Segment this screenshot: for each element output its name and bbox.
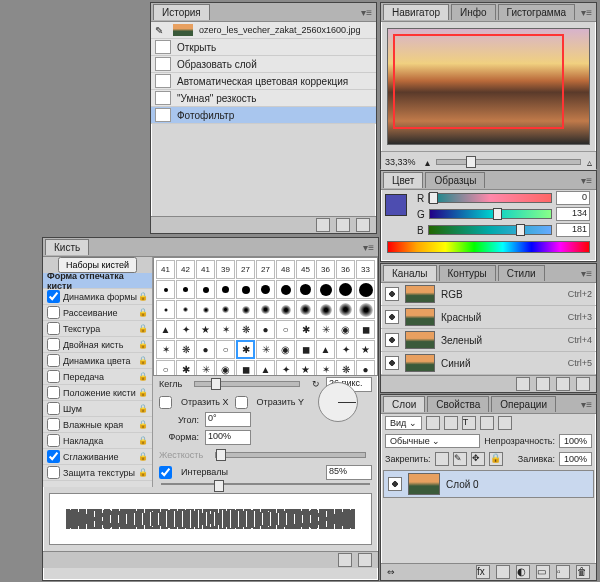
brush-preset[interactable]: ★ [296, 360, 315, 376]
brush-preset[interactable] [196, 280, 215, 299]
channel-row[interactable]: СинийCtrl+5 [381, 352, 596, 375]
option-checkbox[interactable] [47, 418, 60, 431]
brush-preset[interactable]: 39 [216, 260, 235, 279]
brush-preset[interactable]: ✳ [196, 360, 215, 376]
brush-preset[interactable]: ◉ [276, 340, 295, 359]
fill-value[interactable]: 100% [559, 452, 592, 466]
option-checkbox[interactable] [47, 386, 60, 399]
brush-preset[interactable]: ✱ [236, 340, 255, 359]
brush-preset[interactable] [316, 280, 335, 299]
mask-icon[interactable] [496, 565, 510, 579]
brush-preset[interactable]: ▲ [316, 340, 335, 359]
brush-preset[interactable]: 36 [336, 260, 355, 279]
brush-preset[interactable]: 36 [316, 260, 335, 279]
brush-preset[interactable]: ◉ [216, 360, 235, 376]
zoom-slider[interactable] [436, 159, 581, 165]
fx-icon[interactable]: fx [476, 565, 490, 579]
brush-preset[interactable] [296, 280, 315, 299]
history-step[interactable]: Фотофильтр [151, 107, 376, 124]
brush-preset[interactable] [256, 280, 275, 299]
tab-properties[interactable]: Свойства [427, 396, 489, 412]
trash-icon[interactable] [356, 218, 370, 232]
brush-preset[interactable] [156, 300, 175, 319]
blend-mode-select[interactable]: Обычные ⌄ [385, 434, 480, 448]
filter-adjust-icon[interactable] [444, 416, 458, 430]
snapshot-icon[interactable] [316, 218, 330, 232]
angle-value[interactable]: 0° [205, 412, 251, 427]
brush-preset[interactable]: ○ [216, 340, 235, 359]
zoom-out-icon[interactable]: ▴ [425, 157, 430, 168]
brush-preset[interactable]: 42 [176, 260, 195, 279]
filter-shape-icon[interactable] [480, 416, 494, 430]
option-checkbox[interactable] [47, 290, 60, 303]
lock-all-icon[interactable]: 🔒 [489, 452, 503, 466]
brush-preset[interactable]: ❋ [176, 340, 195, 359]
opacity-value[interactable]: 100% [559, 434, 592, 448]
filter-smart-icon[interactable] [498, 416, 512, 430]
tab-styles[interactable]: Стили [498, 265, 545, 281]
visibility-eye-icon[interactable] [385, 310, 399, 324]
brush-preset[interactable]: ✶ [316, 360, 335, 376]
brush-preset[interactable]: 27 [256, 260, 275, 279]
angle-widget[interactable] [318, 382, 358, 422]
brush-preset[interactable]: ▲ [256, 360, 275, 376]
brush-preset[interactable]: ● [356, 360, 375, 376]
tab-swatches[interactable]: Образцы [425, 172, 485, 188]
tab-layers[interactable]: Слои [383, 396, 425, 412]
history-step[interactable]: "Умная" резкость [151, 90, 376, 107]
brush-preset[interactable]: ◼ [296, 340, 315, 359]
lock-icon[interactable]: 🔒 [138, 292, 148, 301]
navigator-preview[interactable] [387, 28, 590, 145]
option-checkbox[interactable] [47, 354, 60, 367]
b-value[interactable]: 181 [556, 223, 590, 237]
brush-option[interactable]: Положение кисти🔒 [43, 385, 152, 401]
lock-icon[interactable]: 🔒 [138, 356, 148, 365]
history-step[interactable]: Автоматическая цветовая коррекция [151, 73, 376, 90]
history-step[interactable]: Образовать слой [151, 56, 376, 73]
filter-type-icon[interactable]: T [462, 416, 476, 430]
brush-preset[interactable] [276, 300, 295, 319]
brush-option[interactable]: Текстура🔒 [43, 321, 152, 337]
brush-preset[interactable]: ◼ [236, 360, 255, 376]
new-brush-icon[interactable] [358, 553, 372, 567]
channel-row[interactable]: КрасныйCtrl+3 [381, 306, 596, 329]
brush-preset[interactable]: ✳ [316, 320, 335, 339]
option-checkbox[interactable] [47, 306, 60, 319]
brush-preset[interactable] [276, 280, 295, 299]
lock-icon[interactable]: 🔒 [138, 324, 148, 333]
brush-preset[interactable]: ✶ [156, 340, 175, 359]
panel-menu-icon[interactable]: ▾≡ [363, 242, 374, 253]
new-channel-icon[interactable] [556, 377, 570, 391]
flip-reset-icon[interactable]: ↻ [312, 379, 320, 389]
option-checkbox[interactable] [47, 450, 60, 463]
brush-option[interactable]: Накладка🔒 [43, 433, 152, 449]
visibility-eye-icon[interactable] [385, 333, 399, 347]
brush-preset[interactable] [356, 300, 375, 319]
toggle-preview-icon[interactable] [338, 553, 352, 567]
trash-icon[interactable]: 🗑 [576, 565, 590, 579]
brush-preset[interactable]: ▲ [156, 320, 175, 339]
brush-preset[interactable]: ✱ [176, 360, 195, 376]
group-icon[interactable]: ▭ [536, 565, 550, 579]
brush-preset[interactable]: ✦ [176, 320, 195, 339]
load-selection-icon[interactable] [516, 377, 530, 391]
brush-preset[interactable]: ● [256, 320, 275, 339]
foreground-swatch[interactable] [385, 194, 407, 216]
brush-preset[interactable]: ◼ [356, 320, 375, 339]
brush-option[interactable]: Передача🔒 [43, 369, 152, 385]
tab-color[interactable]: Цвет [383, 172, 423, 188]
size-slider[interactable] [194, 381, 300, 387]
spacing-value[interactable]: 85% [326, 465, 372, 480]
brush-preset[interactable] [236, 300, 255, 319]
visibility-eye-icon[interactable] [388, 477, 402, 491]
brush-preset[interactable]: ★ [356, 340, 375, 359]
navigator-view-rect[interactable] [393, 34, 564, 129]
g-value[interactable]: 134 [556, 207, 590, 221]
brush-option[interactable]: Двойная кисть🔒 [43, 337, 152, 353]
option-checkbox[interactable] [47, 466, 60, 479]
lock-icon[interactable]: 🔒 [138, 436, 148, 445]
r-slider[interactable] [428, 193, 552, 203]
brush-preset[interactable] [176, 280, 195, 299]
brush-option[interactable]: Динамика цвета🔒 [43, 353, 152, 369]
brush-preset[interactable] [336, 300, 355, 319]
